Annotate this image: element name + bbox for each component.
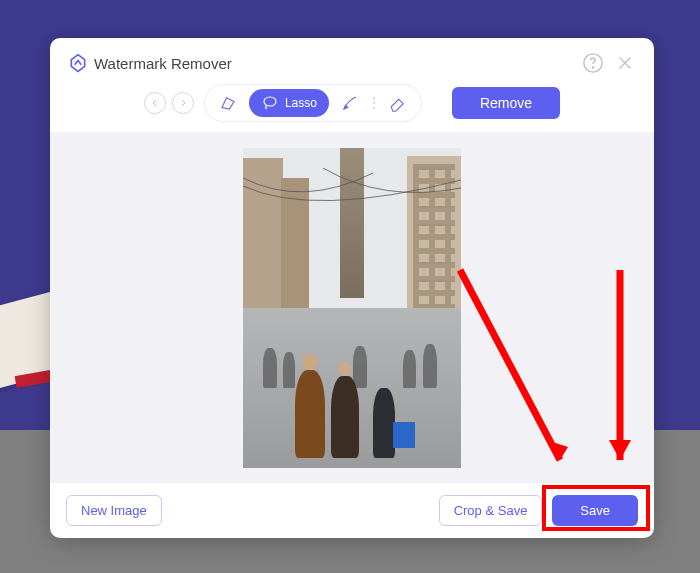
save-button[interactable]: Save bbox=[552, 495, 638, 526]
lasso-tool-label: Lasso bbox=[285, 96, 317, 110]
remove-button[interactable]: Remove bbox=[452, 87, 560, 119]
close-button[interactable] bbox=[614, 52, 636, 74]
help-button[interactable] bbox=[582, 52, 604, 74]
lasso-tool-button[interactable]: Lasso bbox=[249, 89, 329, 117]
watermark-remover-dialog: Watermark Remover Lasso bbox=[50, 38, 654, 538]
polygon-tool-button[interactable] bbox=[213, 89, 243, 117]
brush-tool-button[interactable] bbox=[335, 89, 365, 117]
image-preview[interactable] bbox=[243, 148, 461, 468]
dialog-header: Watermark Remover bbox=[50, 38, 654, 80]
eraser-tool-button[interactable] bbox=[383, 89, 413, 117]
redo-button[interactable] bbox=[172, 92, 194, 114]
new-image-button[interactable]: New Image bbox=[66, 495, 162, 526]
selection-tool-group: Lasso bbox=[204, 84, 422, 122]
svg-point-1 bbox=[592, 67, 593, 68]
toolbar-separator bbox=[373, 97, 375, 109]
toolbar: Lasso Remove bbox=[50, 80, 654, 132]
dialog-title: Watermark Remover bbox=[94, 55, 572, 72]
app-logo-icon bbox=[68, 53, 88, 73]
canvas-area bbox=[50, 132, 654, 483]
dialog-footer: New Image Crop & Save Save bbox=[50, 483, 654, 538]
undo-redo-group bbox=[144, 92, 194, 114]
undo-button[interactable] bbox=[144, 92, 166, 114]
crop-save-button[interactable]: Crop & Save bbox=[439, 495, 543, 526]
